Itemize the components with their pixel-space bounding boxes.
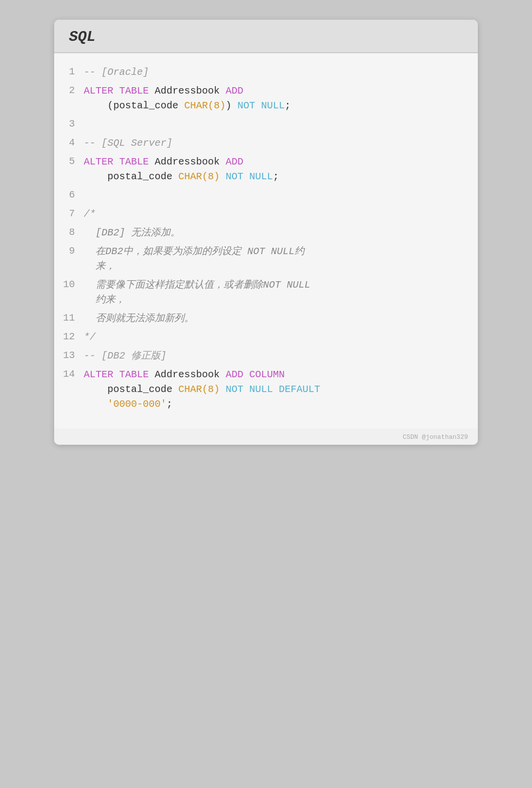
code-line: 3 bbox=[54, 115, 478, 134]
line-content: 在DB2中，如果要为添加的列设定 NOT NULL约 来， bbox=[84, 244, 478, 274]
code-line: 13-- [DB2 修正版] bbox=[54, 347, 478, 365]
footer: CSDN @jonathan329 bbox=[54, 428, 478, 445]
token-kw: ADD bbox=[226, 156, 243, 167]
line-content: -- [DB2 修正版] bbox=[84, 349, 478, 363]
token-cn: 在DB2中，如果要为添加的列设定 NOT NULL约 来， bbox=[84, 246, 304, 272]
line-number: 7 bbox=[54, 207, 84, 219]
token-comment: -- [SQL Server] bbox=[84, 137, 172, 149]
line-number: 2 bbox=[54, 84, 84, 96]
token-plain: ; bbox=[273, 171, 279, 182]
token-comment: -- [DB2 修正版] bbox=[84, 350, 166, 361]
line-number: 1 bbox=[54, 65, 84, 77]
line-content: 否则就无法添加新列。 bbox=[84, 311, 478, 326]
token-kw: ALTER TABLE bbox=[84, 156, 149, 167]
token-cn: 需要像下面这样指定默认值，或者删除NOT NULL 约来， bbox=[84, 279, 310, 305]
token-kw2: NOT NULL bbox=[237, 100, 285, 111]
token-plain: postal_code bbox=[84, 171, 178, 182]
token-plain: Addressbook bbox=[149, 369, 226, 380]
code-line: 1-- [Oracle] bbox=[54, 63, 478, 82]
line-content: 需要像下面这样指定默认值，或者删除NOT NULL 约来， bbox=[84, 278, 478, 307]
token-plain: ) bbox=[226, 100, 237, 111]
card-header: SQL bbox=[54, 20, 478, 53]
line-content: ALTER TABLE Addressbook ADD postal_code … bbox=[84, 155, 478, 184]
token-kw: ADD bbox=[226, 85, 243, 97]
line-number: 5 bbox=[54, 155, 84, 167]
token-kw2: NOT NULL bbox=[226, 171, 273, 182]
token-plain: Addressbook bbox=[149, 156, 226, 167]
token-kw: ALTER TABLE bbox=[84, 369, 149, 380]
token-plain: (postal_code bbox=[84, 100, 184, 111]
token-plain: ; bbox=[166, 398, 172, 410]
token-plain bbox=[220, 384, 226, 395]
code-line: 14ALTER TABLE Addressbook ADD COLUMN pos… bbox=[54, 365, 478, 414]
line-number: 8 bbox=[54, 226, 84, 238]
line-number: 10 bbox=[54, 278, 84, 290]
line-number: 14 bbox=[54, 367, 84, 380]
token-kw2: NOT NULL DEFAULT bbox=[226, 384, 320, 395]
line-content: -- [Oracle] bbox=[84, 65, 478, 80]
code-line: 4-- [SQL Server] bbox=[54, 134, 478, 153]
code-line: 8 [DB2] 无法添加。 bbox=[54, 224, 478, 242]
code-line: 10 需要像下面这样指定默认值，或者删除NOT NULL 约来， bbox=[54, 276, 478, 309]
line-content: ALTER TABLE Addressbook ADD (postal_code… bbox=[84, 84, 478, 113]
line-content: */ bbox=[84, 330, 478, 345]
line-content: [DB2] 无法添加。 bbox=[84, 226, 478, 240]
token-type: CHAR(8) bbox=[178, 384, 220, 395]
token-type: CHAR(8) bbox=[184, 100, 226, 111]
code-area: 1-- [Oracle]2ALTER TABLE Addressbook ADD… bbox=[54, 53, 478, 428]
token-type: CHAR(8) bbox=[178, 171, 220, 182]
line-number: 6 bbox=[54, 188, 84, 200]
line-content: /* bbox=[84, 207, 478, 222]
card-title: SQL bbox=[69, 29, 96, 45]
token-comment: -- [Oracle] bbox=[84, 66, 149, 78]
line-number: 13 bbox=[54, 349, 84, 361]
token-cn: 否则就无法添加新列。 bbox=[84, 313, 194, 324]
line-number: 12 bbox=[54, 330, 84, 342]
line-number: 3 bbox=[54, 117, 84, 130]
code-line: 9 在DB2中，如果要为添加的列设定 NOT NULL约 来， bbox=[54, 242, 478, 276]
line-number: 9 bbox=[54, 244, 84, 257]
code-line: 7/* bbox=[54, 205, 478, 224]
token-string: '0000-000' bbox=[107, 398, 166, 410]
token-cn: [DB2] 无法添加。 bbox=[84, 227, 180, 238]
token-kw: ADD COLUMN bbox=[226, 369, 285, 380]
line-number: 11 bbox=[54, 311, 84, 324]
token-comment: /* bbox=[84, 208, 96, 220]
code-line: 2ALTER TABLE Addressbook ADD (postal_cod… bbox=[54, 82, 478, 115]
footer-credit: CSDN @jonathan329 bbox=[402, 433, 468, 441]
token-comment: */ bbox=[84, 331, 96, 343]
main-card: SQL 1-- [Oracle]2ALTER TABLE Addressbook… bbox=[54, 20, 478, 445]
token-plain bbox=[220, 171, 226, 182]
code-line: 5ALTER TABLE Addressbook ADD postal_code… bbox=[54, 153, 478, 186]
line-number: 4 bbox=[54, 136, 84, 148]
code-line: 11 否则就无法添加新列。 bbox=[54, 309, 478, 328]
token-plain bbox=[84, 398, 107, 410]
line-content: ALTER TABLE Addressbook ADD COLUMN posta… bbox=[84, 367, 478, 412]
token-plain: ; bbox=[285, 100, 291, 111]
line-content: -- [SQL Server] bbox=[84, 136, 478, 151]
token-kw: ALTER TABLE bbox=[84, 85, 149, 97]
code-line: 12*/ bbox=[54, 328, 478, 347]
code-line: 6 bbox=[54, 186, 478, 205]
token-plain: Addressbook bbox=[149, 85, 226, 97]
token-plain: postal_code bbox=[84, 384, 178, 395]
